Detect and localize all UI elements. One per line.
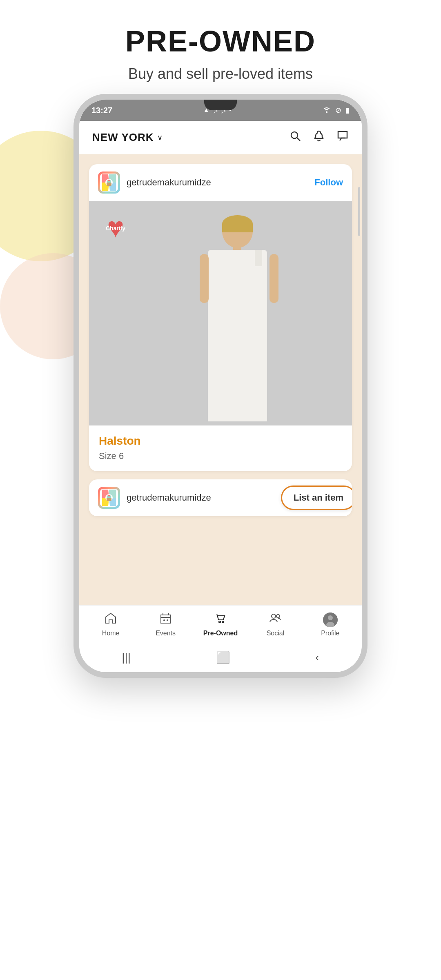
svg-point-0 (291, 132, 298, 138)
svg-point-19 (108, 495, 110, 497)
search-icon[interactable] (289, 130, 301, 145)
nav-profile[interactable]: Profile (303, 612, 358, 637)
home-button[interactable]: ⬜ (216, 651, 230, 664)
svg-rect-18 (107, 498, 111, 501)
nav-home[interactable]: Home (83, 612, 138, 637)
seller-avatar-2[interactable] (98, 487, 120, 509)
seller-avatar-1[interactable] (98, 172, 120, 194)
header-actions (289, 130, 349, 145)
preowned-icon (214, 612, 227, 627)
wifi-icon (322, 106, 331, 115)
home-icon (105, 612, 117, 627)
follow-button-1[interactable]: Follow (314, 177, 343, 188)
nav-profile-label: Profile (321, 630, 339, 637)
nav-preowned-label: Pre-Owned (203, 630, 238, 637)
nav-preowned[interactable]: Pre-Owned (193, 612, 248, 637)
svg-point-23 (222, 621, 224, 623)
battery-icon: ▮ (345, 106, 350, 115)
recents-button[interactable]: ||| (122, 651, 131, 664)
dnd-icon: ⊘ (335, 106, 341, 115)
svg-rect-9 (107, 183, 111, 186)
message-icon[interactable] (336, 130, 349, 145)
nav-social[interactable]: Social (248, 612, 303, 637)
product-info-1: Halston Size 6 (89, 425, 352, 471)
status-right-icons: ⊘ ▮ (322, 106, 350, 115)
phone-mockup: 13:27 ▲ ▷ ▷ • ⊘ ▮ (74, 94, 368, 678)
svg-point-24 (272, 614, 276, 618)
svg-point-27 (328, 615, 333, 620)
social-icon (269, 612, 281, 627)
notch (204, 100, 237, 110)
scrollbar[interactable] (358, 187, 360, 236)
nav-events[interactable]: Events (138, 612, 193, 637)
svg-point-21 (167, 619, 168, 621)
phone-screen: 13:27 ▲ ▷ ▷ • ⊘ ▮ (79, 100, 362, 672)
svg-line-1 (297, 138, 300, 141)
page-subtitle: Buy and sell pre-loved items (0, 65, 441, 82)
product-size: Size 6 (99, 451, 342, 461)
page-title: PRE-OWNED (0, 24, 441, 58)
seller-username-2: getrudemakurumidze (127, 492, 303, 503)
product-image-1: ♥ Charity (89, 201, 352, 425)
page-header: PRE-OWNED Buy and sell pre-loved items (0, 0, 441, 82)
product-card-2: getrudemakurumidze Follow... List an ite… (89, 479, 352, 516)
location-selector[interactable]: NEW YORK ∨ (92, 131, 163, 144)
notification-icon[interactable] (313, 130, 325, 145)
chevron-down-icon: ∨ (157, 133, 163, 142)
card-header-1: getrudemakurumidze Follow (89, 164, 352, 201)
card-header-2: getrudemakurumidze Follow... List an ite… (89, 479, 352, 516)
product-card-1: getrudemakurumidze Follow (89, 164, 352, 471)
events-icon (160, 612, 172, 627)
bottom-nav: Home Events (79, 605, 362, 643)
status-bar: 13:27 ▲ ▷ ▷ • ⊘ ▮ (79, 100, 362, 121)
list-item-button[interactable]: List an item (281, 486, 352, 510)
nav-social-label: Social (267, 630, 285, 637)
app-header: NEW YORK ∨ (79, 121, 362, 154)
back-button[interactable]: ‹ (315, 651, 319, 664)
charity-label: Charity (106, 225, 125, 232)
product-brand: Halston (99, 434, 342, 448)
profile-avatar (323, 612, 338, 627)
svg-point-22 (219, 621, 220, 623)
location-text: NEW YORK (92, 131, 154, 144)
nav-home-label: Home (102, 630, 120, 637)
status-time: 13:27 (91, 106, 112, 115)
nav-events-label: Events (156, 630, 176, 637)
svg-point-10 (108, 180, 110, 181)
seller-username-1: getrudemakurumidze (127, 177, 308, 188)
charity-badge: ♥ Charity (97, 209, 134, 246)
svg-point-25 (276, 615, 280, 618)
svg-point-20 (163, 619, 165, 621)
phone-frame: 13:27 ▲ ▷ ▷ • ⊘ ▮ (74, 94, 368, 678)
system-nav-bar: ||| ⬜ ‹ (79, 643, 362, 672)
content-area: getrudemakurumidze Follow (79, 154, 362, 605)
